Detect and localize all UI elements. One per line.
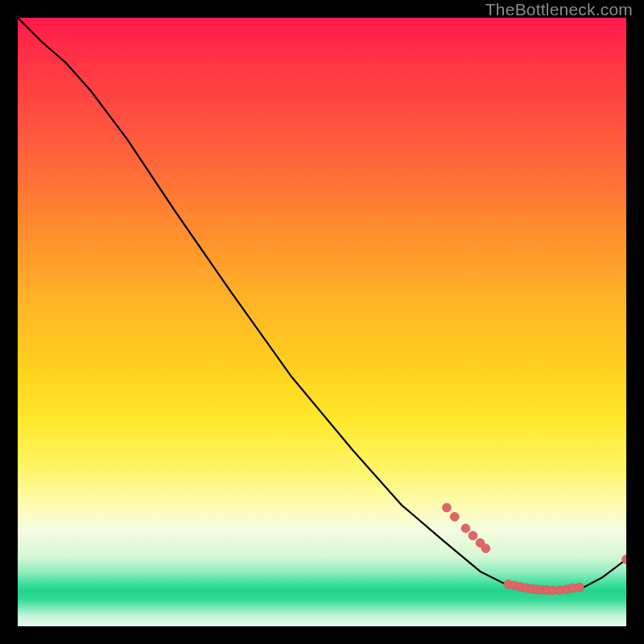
watermark-text: TheBottleneck.com	[485, 0, 633, 19]
data-point	[469, 531, 477, 540]
chart-area	[18, 18, 626, 626]
chart-svg	[18, 18, 626, 626]
data-point	[443, 503, 452, 512]
data-points-group	[443, 503, 626, 595]
data-point	[481, 544, 490, 553]
bottleneck-curve	[18, 18, 626, 592]
data-point	[450, 513, 459, 522]
data-point	[461, 524, 470, 533]
data-point	[575, 583, 584, 592]
